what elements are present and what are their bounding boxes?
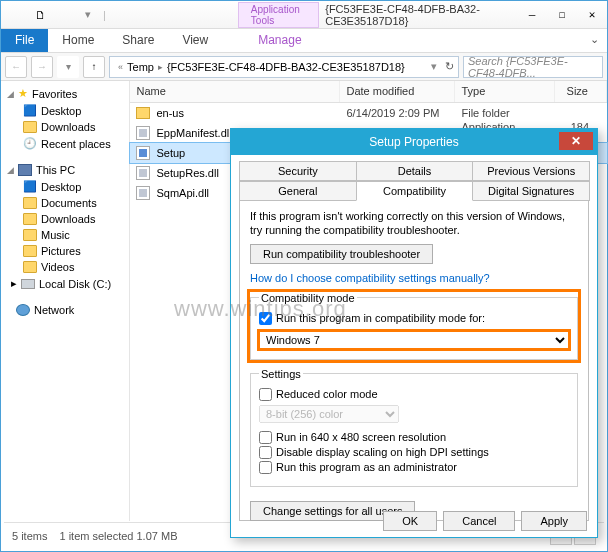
compat-os-select[interactable]: Windows 7	[259, 331, 569, 349]
properties-dialog: Setup Properties ✕ Security Details Prev…	[230, 128, 598, 538]
contextual-tab-group: Application Tools	[238, 2, 319, 28]
reduced-color-row[interactable]: Reduced color mode	[259, 388, 569, 401]
compat-mode-group: Compatibility mode Run this program in c…	[250, 292, 578, 360]
tree-desktop2[interactable]: 🟦Desktop	[1, 178, 129, 195]
file-row[interactable]: en-us 6/14/2019 2:09 PM File folder	[130, 103, 607, 123]
minimize-button[interactable]: —	[517, 5, 547, 25]
folder-icon	[136, 107, 150, 119]
pc-icon	[18, 164, 32, 176]
desktop-icon: 🟦	[23, 104, 37, 117]
color-depth-select: 8-bit (256) color	[259, 405, 399, 423]
network-icon	[16, 304, 30, 316]
folder-icon	[23, 245, 37, 257]
column-size[interactable]: Size	[555, 81, 607, 102]
tree-desktop[interactable]: 🟦Desktop	[1, 102, 129, 119]
cancel-button[interactable]: Cancel	[443, 511, 515, 531]
dll-icon	[136, 186, 150, 200]
disable-dpi-checkbox[interactable]	[259, 446, 272, 459]
tab-file[interactable]: File	[1, 29, 48, 52]
run-640-row[interactable]: Run in 640 x 480 screen resolution	[259, 431, 569, 444]
address-dropdown-icon[interactable]: ▾	[431, 60, 437, 73]
search-placeholder: Search {FC53FE3E-CF48-4DFB...	[468, 55, 598, 79]
tree-recent[interactable]: 🕘Recent places	[1, 135, 129, 152]
nav-tree[interactable]: ◢★Favorites 🟦Desktop Downloads 🕘Recent p…	[1, 81, 130, 521]
close-button[interactable]: ✕	[577, 5, 607, 25]
dialog-close-button[interactable]: ✕	[559, 132, 593, 150]
dialog-title: Setup Properties	[369, 135, 458, 149]
tree-localdisk[interactable]: ▸Local Disk (C:)	[1, 275, 129, 292]
reduced-color-checkbox[interactable]	[259, 388, 272, 401]
dialog-title-bar[interactable]: Setup Properties ✕	[231, 129, 597, 155]
tab-home[interactable]: Home	[48, 29, 108, 52]
compat-help-link[interactable]: How do I choose compatibility settings m…	[250, 272, 490, 284]
chevron-right-icon: ▸	[158, 62, 163, 72]
disk-icon	[21, 279, 35, 289]
dll-icon	[136, 126, 150, 140]
chevron-right-icon[interactable]: «	[118, 62, 123, 72]
disable-dpi-row[interactable]: Disable display scaling on high DPI sett…	[259, 446, 569, 459]
tree-videos[interactable]: Videos	[1, 259, 129, 275]
back-button[interactable]: ←	[5, 56, 27, 78]
open-quick-icon[interactable]	[53, 5, 75, 25]
breadcrumb[interactable]: « Temp ▸ {FC53FE3E-CF48-4DFB-BA32-CE3E35…	[109, 56, 459, 78]
folder-icon	[23, 197, 37, 209]
props-quick-icon[interactable]: 🗋	[29, 5, 51, 25]
tree-favorites[interactable]: ◢★Favorites	[1, 85, 129, 102]
folder-icon	[5, 5, 27, 25]
tab-view[interactable]: View	[168, 29, 222, 52]
run-admin-checkbox[interactable]	[259, 461, 272, 474]
status-items: 5 items	[12, 530, 47, 542]
compat-description: If this program isn't working correctly …	[250, 209, 578, 238]
column-date[interactable]: Date modified	[340, 81, 455, 102]
run-640-checkbox[interactable]	[259, 431, 272, 444]
breadcrumb-seg[interactable]: {FC53FE3E-CF48-4DFB-BA32-CE3E35187D18}	[167, 61, 405, 73]
apply-button[interactable]: Apply	[521, 511, 587, 531]
maximize-button[interactable]: ☐	[547, 5, 577, 25]
tree-downloads[interactable]: Downloads	[1, 119, 129, 135]
status-selection: 1 item selected 1.07 MB	[59, 530, 177, 542]
dll-icon	[136, 166, 150, 180]
window-title: {FC53FE3E-CF48-4DFB-BA32-CE3E35187D18}	[325, 3, 517, 27]
qa-overflow-icon[interactable]: ▾	[77, 5, 99, 25]
tab-compatibility[interactable]: Compatibility	[356, 181, 474, 201]
tab-security[interactable]: Security	[239, 161, 357, 181]
tab-details[interactable]: Details	[356, 161, 474, 181]
tree-downloads2[interactable]: Downloads	[1, 211, 129, 227]
column-name[interactable]: Name	[130, 81, 340, 102]
tab-previous-versions[interactable]: Previous Versions	[472, 161, 590, 181]
refresh-icon[interactable]: ↻	[445, 60, 454, 73]
folder-icon	[23, 229, 37, 241]
tree-pictures[interactable]: Pictures	[1, 243, 129, 259]
compat-mode-legend: Compatibility mode	[259, 292, 357, 304]
settings-group: Settings Reduced color mode 8-bit (256) …	[250, 368, 578, 487]
breadcrumb-seg[interactable]: Temp	[127, 61, 154, 73]
ok-button[interactable]: OK	[383, 511, 437, 531]
ribbon-expand-icon[interactable]: ⌄	[582, 29, 607, 52]
tree-documents[interactable]: Documents	[1, 195, 129, 211]
star-icon: ★	[18, 87, 28, 100]
recent-locations-button[interactable]: ▾	[57, 56, 79, 78]
settings-legend: Settings	[259, 368, 303, 380]
application-tools-label: Application Tools	[238, 2, 319, 28]
recent-icon: 🕘	[23, 137, 37, 150]
tree-music[interactable]: Music	[1, 227, 129, 243]
desktop-icon: 🟦	[23, 180, 37, 193]
run-troubleshooter-button[interactable]: Run compatibility troubleshooter	[250, 244, 433, 264]
search-input[interactable]: Search {FC53FE3E-CF48-4DFB...	[463, 56, 603, 78]
compat-mode-checkbox[interactable]	[259, 312, 272, 325]
compat-mode-check-row[interactable]: Run this program in compatibility mode f…	[259, 312, 569, 325]
tree-thispc[interactable]: ◢This PC	[1, 162, 129, 178]
exe-icon	[136, 146, 150, 160]
folder-icon	[23, 261, 37, 273]
folder-icon	[23, 121, 37, 133]
folder-icon	[23, 213, 37, 225]
column-type[interactable]: Type	[455, 81, 555, 102]
tab-share[interactable]: Share	[108, 29, 168, 52]
up-button[interactable]: ↑	[83, 56, 105, 78]
tab-digital-signatures[interactable]: Digital Signatures	[472, 181, 590, 201]
tab-general[interactable]: General	[239, 181, 357, 201]
run-admin-row[interactable]: Run this program as an administrator	[259, 461, 569, 474]
tab-manage[interactable]: Manage	[244, 29, 315, 52]
forward-button[interactable]: →	[31, 56, 53, 78]
tree-network[interactable]: ▸Network	[1, 302, 129, 318]
